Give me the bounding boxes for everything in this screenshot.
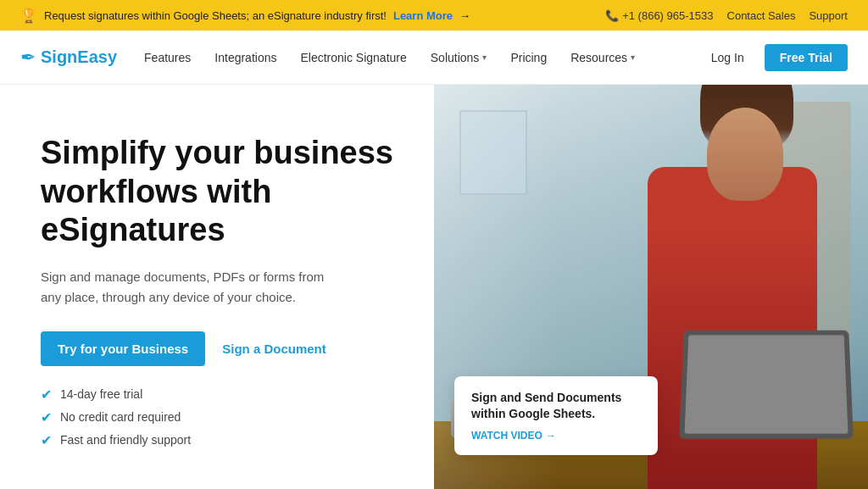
learn-more-link[interactable]: Learn More [393,9,453,22]
banner-text: Request signatures within Google Sheets;… [44,9,387,22]
nav-links: Features Integrations Electronic Signatu… [144,51,701,64]
nav-features[interactable]: Features [144,51,191,64]
feature-item-1: ✔ 14-day free trial [41,386,393,403]
feature-text-2: No credit card required [60,410,181,424]
nav-pricing[interactable]: Pricing [510,51,547,64]
hero-features: ✔ 14-day free trial ✔ No credit card req… [41,386,393,448]
sign-document-link[interactable]: Sign a Document [222,342,326,356]
top-banner: 🏆 Request signatures within Google Sheet… [0,0,868,31]
phone-icon: 📞 [605,9,619,22]
check-icon-3: ✔ [41,432,52,448]
phone-number: 📞 +1 (866) 965-1533 [605,9,713,22]
logo-icon: ✒ [20,47,36,69]
contact-sales-link[interactable]: Contact Sales [727,9,796,22]
hero-left: Simplify your business workflows with eS… [0,85,434,489]
hero-right: Sign and Send Documents within Google Sh… [434,85,868,489]
floating-card-title: Sign and Send Documents within Google Sh… [471,390,641,423]
solutions-chevron-icon: ▾ [482,53,487,62]
banner-right: 📞 +1 (866) 965-1533 Contact Sales Suppor… [605,9,848,22]
resources-chevron-icon: ▾ [631,53,635,62]
navbar: ✒ SignEasy Features Integrations Electro… [0,31,868,85]
check-icon-2: ✔ [41,409,52,425]
try-business-button[interactable]: Try for your Business [41,331,205,366]
hero-section: Simplify your business workflows with eS… [0,85,868,489]
feature-item-3: ✔ Fast and friendly support [41,432,393,448]
watch-video-link[interactable]: WATCH VIDEO → [471,430,641,442]
nav-solutions[interactable]: Solutions ▾ [431,51,487,64]
banner-left: 🏆 Request signatures within Google Sheet… [20,8,470,24]
logo-text: SignEasy [41,47,117,67]
hero-title: Simplify your business workflows with eS… [41,134,393,250]
free-trial-button[interactable]: Free Trial [765,44,848,71]
feature-text-1: 14-day free trial [60,387,142,401]
trophy-icon: 🏆 [20,8,37,24]
hero-buttons: Try for your Business Sign a Document [41,331,393,366]
nav-actions: Log In Free Trial [701,44,848,71]
support-link[interactable]: Support [809,9,848,22]
floating-card: Sign and Send Documents within Google Sh… [454,376,658,455]
nav-electronic-signature[interactable]: Electronic Signature [300,51,406,64]
feature-item-2: ✔ No credit card required [41,409,393,425]
feature-text-3: Fast and friendly support [60,433,191,447]
hero-subtitle: Sign and manage documents, PDFs or forms… [41,267,346,308]
login-button[interactable]: Log In [701,46,754,69]
watch-video-arrow: → [546,430,556,442]
nav-integrations[interactable]: Integrations [214,51,276,64]
check-icon-1: ✔ [41,386,52,403]
nav-resources[interactable]: Resources ▾ [570,51,635,64]
logo[interactable]: ✒ SignEasy [20,47,117,69]
banner-arrow: → [459,9,470,22]
